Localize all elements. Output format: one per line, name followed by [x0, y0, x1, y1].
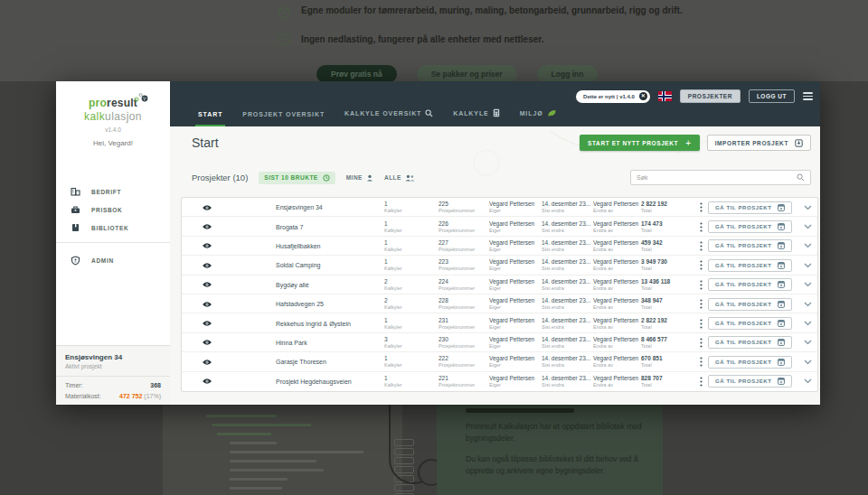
person-icon [366, 174, 373, 182]
project-number-cell: 231Prosjektnummer [439, 313, 475, 332]
kebab-menu-icon[interactable] [697, 372, 704, 391]
go-to-project-button[interactable]: GÅ TIL PROSJEKT [708, 259, 792, 272]
search-icon[interactable] [797, 173, 805, 182]
chevron-down-icon[interactable] [804, 352, 812, 371]
go-to-project-button[interactable]: GÅ TIL PROSJEKT [708, 220, 792, 233]
import-project-button[interactable]: IMPORTER PROSJEKT [707, 135, 811, 151]
go-to-project-button[interactable]: GÅ TIL PROSJEKT [708, 317, 792, 330]
go-to-project-label: GÅ TIL PROSJEKT [715, 340, 772, 345]
eye-icon[interactable] [202, 372, 212, 391]
total-cell: 13 436 118Total [641, 276, 670, 294]
chevron-down-icon[interactable] [804, 294, 812, 313]
kebab-menu-icon[interactable] [697, 313, 704, 332]
table-row[interactable]: Rekkehus Ingrid & Øystein 1Kalkyler 231P… [182, 313, 817, 332]
close-icon[interactable]: ✕ [639, 92, 647, 100]
nav-tab-start[interactable]: START [195, 111, 225, 126]
table-row[interactable]: Husafjellbakken 1Kalkyler 227Prosjektnum… [182, 237, 817, 256]
sidebar-divider [56, 242, 170, 243]
kebab-menu-icon[interactable] [697, 352, 704, 371]
last-edited-cell: 14. desember 23...Sist endra [542, 352, 590, 371]
project-name: Soldal Camping [276, 256, 320, 275]
go-to-project-button[interactable]: GÅ TIL PROSJEKT [708, 298, 792, 311]
project-name: Bygdøy allé [276, 276, 309, 294]
kebab-menu-icon[interactable] [697, 237, 704, 256]
chevron-down-icon[interactable] [804, 237, 812, 256]
hamburger-menu-icon[interactable] [803, 92, 813, 100]
chevron-down-icon[interactable] [804, 333, 812, 352]
table-row[interactable]: Garasje Thoresen 1Kalkyler 222Prosjektnu… [182, 352, 817, 371]
edited-by-cell: Vegard PettersenEndra av [593, 217, 638, 236]
nav-tab-prosjekt-oversikt[interactable]: PROSJEKT OVERSIKT [240, 111, 327, 126]
table-row[interactable]: Bygdøy allé 2Kalkyler 224Prosjektnummer … [182, 276, 817, 294]
background-panel-paragraph-2: Du kan også tilpasse biblioteket til dit… [466, 453, 642, 477]
edited-by-cell: Vegard PettersenEndra av [593, 198, 638, 217]
whats-new-pill[interactable]: Dette er nytt | v1.4.0 ✕ [576, 90, 650, 103]
plus-icon: + [685, 138, 691, 148]
eye-icon[interactable] [202, 256, 212, 275]
eye-icon[interactable] [202, 294, 212, 313]
table-row[interactable]: Ensjøsvingen 34 1Kalkyler 225Prosjektnum… [182, 198, 817, 217]
filter-mine[interactable]: MINE [346, 174, 373, 182]
projects-button[interactable]: PROSJEKTER [680, 89, 741, 103]
last-edited-cell: 14. desember 23...Sist endra [542, 276, 590, 294]
table-row[interactable]: Hinna Park 3Kalkyler 230Prosjektnummer V… [182, 333, 817, 352]
eye-icon[interactable] [202, 352, 212, 371]
go-to-project-button[interactable]: GÅ TIL PROSJEKT [708, 356, 792, 369]
go-to-project-button[interactable]: GÅ TIL PROSJEKT [708, 336, 792, 349]
kebab-menu-icon[interactable] [697, 276, 704, 294]
go-to-project-button[interactable]: GÅ TIL PROSJEKT [708, 201, 792, 214]
go-to-project-label: GÅ TIL PROSJEKT [715, 282, 772, 287]
project-number-cell: 227Prosjektnummer [439, 237, 475, 256]
chevron-down-icon[interactable] [804, 198, 812, 217]
whats-new-text: Dette er nytt | v1.4.0 [583, 94, 635, 99]
eye-icon[interactable] [202, 333, 212, 352]
kalkyler-cell: 2Kalkyler [384, 276, 402, 294]
table-row[interactable]: Soldal Camping 1Kalkyler 223Prosjektnumm… [182, 256, 817, 275]
go-to-project-button[interactable]: GÅ TIL PROSJEKT [708, 278, 792, 291]
table-row[interactable]: Prosjekt Hegdehaugsveien 1Kalkyler 221Pr… [182, 372, 817, 391]
table-row[interactable]: Brogata 7 1Kalkyler 226Prosjektnummer Ve… [182, 217, 817, 236]
chevron-down-icon[interactable] [804, 313, 812, 332]
table-row[interactable]: Hafstadvegen 25 2Kalkyler 228Prosjektnum… [182, 294, 817, 313]
total-cell: 828 707Total [641, 372, 663, 391]
edited-by-cell: Vegard PettersenEndra av [593, 313, 638, 332]
chevron-down-icon[interactable] [804, 217, 812, 236]
logo-result: result [107, 97, 137, 109]
chevron-down-icon[interactable] [804, 372, 812, 391]
user-greeting: Hei, Vegard! [56, 139, 170, 147]
import-project-label: IMPORTER PROSJEKT [715, 140, 788, 146]
start-new-project-button[interactable]: START ET NYTT PROSJEKT+ [580, 135, 700, 151]
kebab-menu-icon[interactable] [697, 256, 704, 275]
background-green-panel: Proresult Kalkulasjon har et oppdatert b… [437, 405, 663, 495]
eye-icon[interactable] [202, 313, 212, 332]
sidebar-item-bedrift[interactable]: BEDRIFT [56, 182, 170, 201]
logout-button[interactable]: LOGG UT [749, 89, 795, 103]
kebab-menu-icon[interactable] [697, 294, 704, 313]
eye-icon[interactable] [202, 217, 212, 236]
eye-icon[interactable] [202, 276, 212, 294]
nav-tab-miljo[interactable]: MILJØ [517, 109, 560, 126]
sidebar-item-prisbok[interactable]: PRISBOK [56, 201, 170, 219]
chevron-down-icon[interactable] [804, 276, 812, 294]
sidebar-item-bibliotek[interactable]: BIBLIOTEK [56, 219, 170, 237]
background-panel-paragraph-1: Proresult Kalkulasjon har et oppdatert b… [466, 421, 642, 444]
eye-icon[interactable] [202, 198, 212, 217]
chevron-down-icon[interactable] [804, 256, 812, 275]
nav-tab-kalkyle[interactable]: KALKYLE [450, 108, 502, 126]
kebab-menu-icon[interactable] [697, 198, 704, 217]
search-input[interactable] [637, 174, 797, 181]
kebab-menu-icon[interactable] [697, 333, 704, 352]
nav-tab-kalkyle-oversikt[interactable]: KALKYLE OVERSIKT [342, 109, 436, 126]
owner-cell: Vegard PettersenEiger [489, 237, 534, 256]
eye-icon[interactable] [202, 237, 212, 256]
go-to-project-button[interactable]: GÅ TIL PROSJEKT [708, 239, 792, 252]
logo-ulasjon: ulasjon [105, 110, 142, 123]
sidebar-item-admin[interactable]: ADMIN [56, 251, 170, 269]
kebab-menu-icon[interactable] [697, 217, 704, 236]
go-to-project-button[interactable]: GÅ TIL PROSJEKT [708, 375, 792, 388]
try-free-button: Prøv gratis nå [316, 65, 397, 83]
filter-last-used[interactable]: SIST 10 BRUKTE [259, 172, 335, 184]
logo-circles-icon [134, 92, 148, 103]
norwegian-flag-icon[interactable] [658, 91, 672, 101]
filter-all[interactable]: ALLE [384, 174, 415, 182]
